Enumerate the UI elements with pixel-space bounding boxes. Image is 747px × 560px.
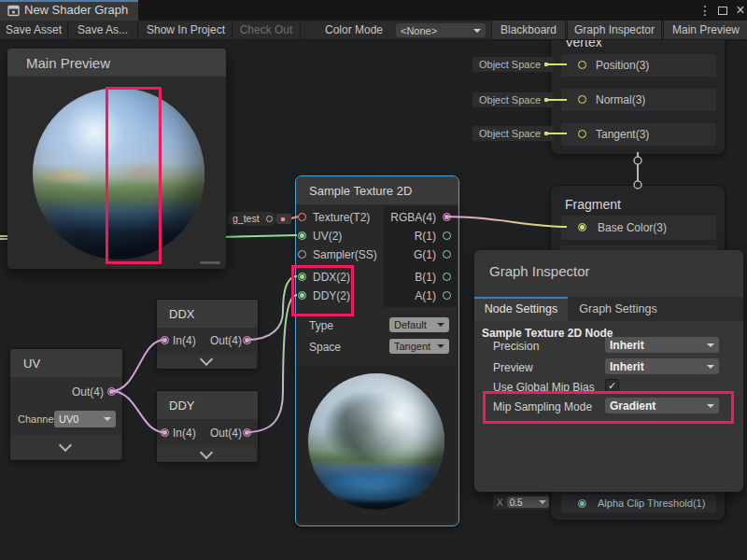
position-port-label: Position(3) [596,59,649,72]
object-space-chip-position[interactable]: Object Space [472,57,554,72]
graph-inspector-panel[interactable]: Graph Inspector Node Settings Graph Sett… [474,250,743,492]
uv-channel-value: UV0 [59,413,78,425]
precision-dropdown[interactable]: Inherit [605,337,719,353]
save-asset-button[interactable]: Save Asset [0,21,68,39]
rgba-output-port[interactable] [443,213,451,221]
space-value: Tangent [394,341,430,352]
texture-input-label: Texture(T2) [313,211,370,224]
ddx-in-port[interactable] [161,336,169,344]
highlight-mip-sampling-row [483,391,734,424]
vertex-row-tangent[interactable]: Tangent(3) [561,123,716,146]
space-chip-dot-icon [544,132,548,135]
color-mode-dropdown[interactable]: <None> [396,23,486,37]
tab-graph-settings-label: Graph Settings [579,302,656,315]
normal-port[interactable] [578,95,586,104]
r-output-port[interactable] [443,231,451,240]
ddy-out-port[interactable] [243,428,251,437]
window-close-icon[interactable]: × [732,0,747,21]
base-color-port[interactable] [578,223,586,231]
precision-value: Inherit [610,339,644,352]
g-output-port[interactable] [443,250,451,259]
ddy-node[interactable]: DDY In(4) Out(4) [156,390,259,463]
uv-out-label: Out(4) [72,385,104,399]
check-out-button[interactable]: Check Out [233,21,301,39]
space-label: Space [309,341,341,354]
alpha-clip-port[interactable] [578,499,586,508]
uv-out-port[interactable] [107,387,116,396]
tab-node-settings-label: Node Settings [485,302,558,315]
edge-rgba-to-basecolor[interactable] [446,217,567,227]
tab-node-settings[interactable]: Node Settings [474,297,568,321]
window-maximize-icon[interactable] [718,7,727,15]
ddy-in-port[interactable] [161,428,169,437]
rgba-output-label: RGBA(4) [390,211,436,224]
chevron-down-icon [473,29,481,33]
uv-input-port[interactable] [298,231,306,240]
active-tab-accent [0,0,138,2]
blackboard-toggle-button[interactable]: Blackboard [491,21,566,39]
sample-texture-2d-node[interactable]: Sample Texture 2D Texture(T2) UV(2) Samp… [295,175,459,526]
sampler-input-port[interactable] [298,250,306,259]
type-value: Default [394,319,427,330]
ddy-collapse-button[interactable] [157,447,256,462]
alpha-default-chip[interactable]: X 0.5 [493,495,549,510]
object-space-chip-normal[interactable]: Object Space [472,92,554,107]
texture-input-port[interactable] [298,213,306,221]
uv-collapse-button[interactable] [10,435,120,459]
vertex-connector-dot[interactable] [634,157,641,164]
ddx-titlebar[interactable]: DDX [157,300,258,328]
preview-dropdown[interactable]: Inherit [605,358,719,374]
ddx-node[interactable]: DDX In(4) Out(4) [156,299,259,370]
save-as-button[interactable]: Save As... [68,21,138,39]
object-space-label: Object Space [479,128,541,139]
window-menu-icon[interactable]: ⋮ [697,0,713,21]
highlight-main-preview-strip [106,87,162,264]
tab-new-shader-graph[interactable]: New Shader Graph [0,0,138,21]
show-in-project-button[interactable]: Show In Project [140,21,233,39]
r-output-label: R(1) [415,230,436,243]
normal-port-label: Normal(3) [596,93,645,106]
property-label: g_test [233,213,260,224]
checkmark-icon: ✓ [608,380,616,391]
sample-texture-titlebar[interactable]: Sample Texture 2D [296,176,458,204]
graph-inspector-toggle-button[interactable]: Graph Inspector [567,21,662,39]
resize-handle[interactable] [200,261,220,264]
property-circle-icon [266,216,273,222]
ddy-title: DDY [169,399,194,413]
vertex-row-normal[interactable]: Normal(3) [561,89,716,111]
property-chip-gtest[interactable]: g_test [227,212,276,226]
sampler-input-label: Sampler(SS) [313,248,377,261]
main-preview-header[interactable]: Main Preview [7,49,226,77]
b-output-port[interactable] [443,273,451,281]
alpha-value-field[interactable]: 0.5 [507,497,549,508]
edge-uv2-to-sample[interactable] [220,235,297,237]
vertex-node[interactable]: Vertex Position(3) Normal(3) Tangent(3) [550,26,726,155]
space-dropdown[interactable]: Tangent [389,339,449,354]
main-preview-toggle-button[interactable]: Main Preview [663,21,747,39]
fragment-row-basecolor[interactable]: Base Color(3) [561,216,716,240]
uv-title: UV [23,357,40,371]
ddy-out-label: Out(4) [210,427,242,440]
object-space-label: Object Space [479,94,541,105]
vertex-row-position[interactable]: Position(3) [561,54,716,77]
object-space-chip-tangent[interactable]: Object Space [472,126,554,141]
b-output-label: B(1) [415,271,436,284]
a-output-port[interactable] [443,291,451,300]
uv-node[interactable]: UV Out(4) Channe UV0 [9,348,123,461]
space-chip-dot-icon [544,98,548,102]
fragment-row-alphaclip[interactable]: Alpha Clip Threshold(1) [561,495,716,512]
save-asset-label: Save Asset [6,23,62,36]
type-dropdown[interactable]: Default [389,317,449,332]
ddx-collapse-button[interactable] [157,354,256,369]
ddx-out-port[interactable] [243,336,251,344]
tangent-port[interactable] [578,130,586,138]
uv-titlebar[interactable]: UV [10,349,122,377]
position-port[interactable] [578,61,586,69]
property-port-chip[interactable] [276,214,291,224]
sample-texture-title: Sample Texture 2D [309,184,412,198]
tab-graph-settings[interactable]: Graph Settings [568,297,669,321]
uv-channel-dropdown[interactable]: UV0 [54,411,116,427]
main-preview-title: Main Preview [26,55,110,71]
color-mode-value: <None> [401,25,437,36]
ddy-titlebar[interactable]: DDY [157,391,258,419]
